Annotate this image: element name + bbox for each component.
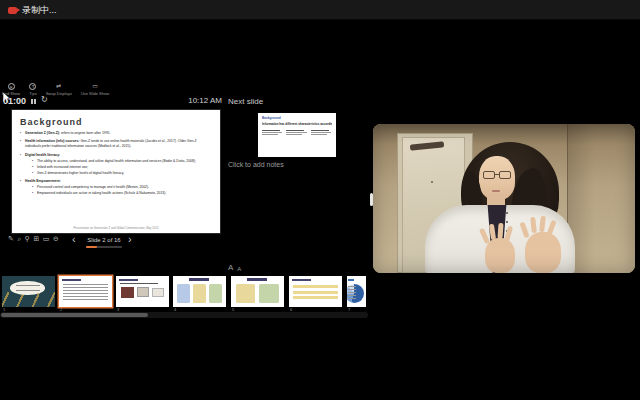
presenter-toolbar: ✕End Show?Tips⇄Swap Displays▭Use Slide S… — [2, 83, 109, 96]
use-slide-show-icon: ▭ — [92, 83, 98, 90]
thumbnail-shape — [120, 283, 158, 285]
thumbnail-shape — [152, 288, 164, 297]
decrease-font-button[interactable]: A — [237, 266, 241, 272]
next-slide-thumb-columns — [262, 130, 332, 137]
thumbnail-shape — [348, 279, 354, 281]
restart-timer-icon[interactable]: ↻ — [41, 95, 48, 104]
slide-bullet: •linked with increased internet use; — [32, 165, 212, 170]
filmstrip-slide-7[interactable] — [347, 276, 366, 307]
previous-slide-button[interactable]: ‹ — [72, 233, 76, 245]
slide-bullet: •Gen-Z demonstrates higher levels of dig… — [32, 171, 212, 176]
toolbar-use-slide-show[interactable]: ▭Use Slide Show — [81, 83, 109, 96]
thumbnail-shape — [137, 287, 149, 297]
next-slide-thumbnail: Background Information has different cha… — [258, 113, 336, 157]
thumbnail-shape — [119, 279, 138, 281]
thumbnail-shape — [293, 296, 338, 299]
tips-icon: ? — [29, 83, 36, 90]
slide-body: ▪Generation Z (Gen-Z): refers to anyone … — [20, 131, 212, 196]
notes-font-controls: A A — [228, 263, 241, 272]
filmstrip-slide-2[interactable] — [59, 276, 112, 307]
slide-bullet: •Empowered individuals are active in tak… — [32, 191, 212, 196]
current-slide: Background ▪Generation Z (Gen-Z): refers… — [12, 110, 220, 233]
thumbnail-shape — [62, 279, 81, 281]
thumbnail-shape — [209, 284, 223, 303]
slide-footer: Presentation on Generation Z and Global … — [12, 226, 220, 230]
thumbnail-shape — [193, 284, 207, 303]
thumbnail-shape — [293, 291, 338, 294]
video-vignette — [373, 124, 635, 273]
increase-font-button[interactable]: A — [228, 263, 233, 272]
toolbar-label: Tips — [29, 91, 36, 96]
black-screen-icon[interactable]: ⊖ — [53, 234, 59, 244]
recording-camera-icon — [8, 7, 17, 14]
slide-progress-fill — [86, 246, 97, 248]
annotation-toolbar: ✎⌕⚲⊞▭⊖ — [8, 234, 59, 244]
clock: 10:12 AM — [150, 96, 222, 105]
pen-icon[interactable]: ✎ — [8, 234, 14, 244]
next-slide-thumb-lead: Information has different characteristic… — [262, 122, 332, 126]
display-icon[interactable]: ▭ — [43, 234, 50, 244]
toolbar-swap-displays[interactable]: ⇄Swap Displays — [46, 83, 72, 96]
pause-timer-icon[interactable] — [31, 99, 36, 104]
menu-bar — [0, 0, 640, 20]
next-slide-thumb-title: Background — [262, 116, 332, 120]
laser-pointer-icon[interactable]: ⚲ — [25, 234, 30, 244]
slide-bullet: ▪Health Empowerment: — [20, 179, 212, 184]
filmstrip-slide-5[interactable] — [231, 276, 284, 307]
toolbar-label: Use Slide Show — [81, 91, 109, 96]
recording-label: 录制中... — [22, 4, 57, 17]
thumbnail-shape — [348, 286, 356, 301]
next-slide-button[interactable]: › — [128, 233, 132, 245]
toolbar-tips[interactable]: ?Tips — [29, 83, 36, 96]
slide-nav-status: Slide 2 of 16 — [84, 237, 124, 243]
elapsed-timer: 01:00 — [3, 96, 26, 106]
filmstrip-slide-3[interactable] — [116, 276, 169, 307]
slide-progress-bar — [86, 246, 122, 248]
thumbnail-shape — [16, 285, 39, 292]
thumb-column — [286, 130, 307, 137]
thumbnail-shape — [63, 284, 109, 303]
slide-bullet: ▪Generation Z (Gen-Z): refers to anyone … — [20, 131, 212, 136]
thumbnail-shape — [121, 287, 134, 298]
subtitles-icon[interactable]: ⊞ — [33, 234, 39, 244]
thumbnail-shape — [177, 284, 191, 303]
thumb-column — [262, 130, 283, 137]
filmstrip-slide-6[interactable] — [289, 276, 342, 307]
webcam-video[interactable] — [373, 124, 635, 273]
end-show-icon: ✕ — [8, 83, 15, 90]
slide-bullet: ▪Health information (info) sources: Gen-… — [20, 139, 212, 149]
toolbar-label: Swap Displays — [46, 91, 72, 96]
swap-displays-icon: ⇄ — [56, 83, 61, 90]
thumbnail-shape — [293, 285, 338, 288]
slide-bullet: •The ability to access, understand, and … — [32, 159, 212, 164]
thumb-column — [311, 130, 332, 137]
slide-bullet: •Perceived control and competency to man… — [32, 185, 212, 190]
thumbnail-shape — [247, 278, 267, 280]
recording-badge[interactable]: 录制中... — [8, 3, 57, 17]
thumbnail-shape — [236, 284, 255, 303]
thumbnail-shape — [189, 278, 209, 280]
thumbnail-shape — [259, 284, 279, 303]
slide-title: Background — [20, 117, 212, 127]
next-slide-label: Next slide — [228, 97, 263, 106]
notes-placeholder[interactable]: Click to add notes — [228, 161, 284, 168]
filmstrip-scrollbar-thumb[interactable] — [1, 313, 148, 317]
filmstrip-slide-4[interactable] — [173, 276, 226, 307]
zoom-icon[interactable]: ⌕ — [17, 234, 21, 244]
thumbnail-shape — [292, 279, 311, 281]
filmstrip-slide-1[interactable] — [2, 276, 55, 307]
slide-bullet: ▪Digital health literacy: — [20, 153, 212, 158]
